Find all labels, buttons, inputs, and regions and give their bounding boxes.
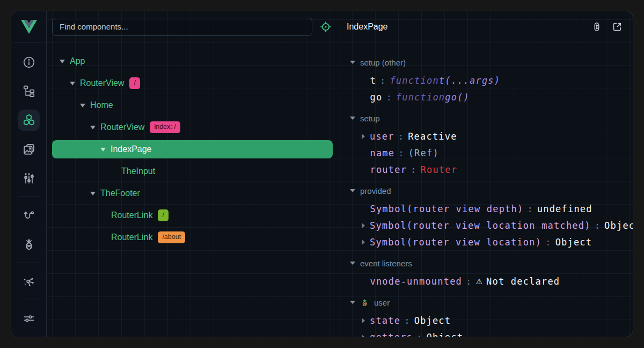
sidebar-divider [18, 300, 40, 300]
module-graph-icon [22, 274, 36, 288]
sidebar-item-pages[interactable] [18, 81, 40, 102]
state-row-go[interactable]: go:function go() [340, 89, 633, 105]
key-value-separator: : [416, 332, 422, 337]
state-key: t [370, 75, 376, 86]
sidebar-item-components[interactable] [18, 110, 40, 131]
inspector-title: IndexPage [347, 22, 582, 32]
key-value-separator: : [386, 92, 392, 103]
component-name: App [70, 56, 85, 66]
tree-row-app-0[interactable]: App [52, 52, 333, 70]
sidebar-item-settings[interactable] [18, 308, 40, 329]
section-title: setup [360, 114, 380, 123]
state-value: Object [604, 220, 633, 231]
route-badge: / [129, 77, 140, 89]
state-row-name[interactable]: name: (Ref) [340, 144, 633, 161]
tree-row-home-2[interactable]: Home [52, 96, 333, 114]
expand-caret-icon[interactable] [90, 192, 96, 195]
key-value-separator: : [527, 204, 533, 214]
state-value: go() [445, 92, 470, 103]
tree-row-thefooter-6[interactable]: TheFooter [52, 184, 333, 202]
sidebar [11, 42, 46, 337]
section-title: event listeners [360, 259, 412, 268]
tree-row-routerview-3[interactable]: RouterViewindex: / [52, 118, 333, 136]
expand-caret-icon[interactable] [350, 262, 355, 265]
sidebar-item-pinia[interactable] [18, 234, 40, 255]
component-name: RouterLink [111, 233, 152, 242]
expand-caret-icon[interactable] [362, 223, 365, 228]
section-header-provided[interactable]: provided [340, 181, 633, 200]
key-value-separator: : [404, 315, 410, 326]
state-value: undefined [537, 204, 592, 214]
expand-caret-icon[interactable] [90, 126, 96, 129]
route-badge: / [158, 209, 168, 221]
sidebar-column [11, 11, 47, 337]
tree-row-theinput-5[interactable]: TheInput [52, 162, 333, 180]
tree-row-routerlink-8[interactable]: RouterLink/about [52, 228, 333, 247]
tree-row-routerview-1[interactable]: RouterView/ [52, 74, 333, 92]
state-row-getters[interactable]: getters:Object [340, 329, 633, 337]
sidebar-item-timeline[interactable] [18, 168, 40, 189]
state-row-user[interactable]: user:Reactive [340, 128, 633, 144]
state-key: vnode-unmounted [370, 276, 463, 287]
state-row-state[interactable]: state:Object [340, 312, 633, 329]
tree-row-indexpage-4[interactable]: IndexPage [52, 140, 333, 158]
expand-caret-icon[interactable] [362, 335, 365, 337]
state-row-symbol-router-view-location[interactable]: Symbol(router view location):Object [340, 234, 633, 250]
scroll-to-component-icon[interactable] [591, 21, 603, 33]
sidebar-divider [18, 263, 40, 263]
state-value: Not declared [486, 276, 560, 287]
component-name: RouterView [100, 122, 144, 132]
expand-caret-icon[interactable] [80, 104, 85, 107]
section-header-setup-other[interactable]: setup (other) [340, 53, 633, 72]
section-header-setup[interactable]: setup [340, 108, 633, 128]
component-name: RouterView [80, 78, 124, 88]
section-header-user[interactable]: user [340, 293, 633, 312]
devtools-window: AppRouterView/HomeRouterViewindex: /Inde… [11, 11, 633, 337]
open-in-editor-icon[interactable] [611, 21, 623, 33]
expand-caret-icon[interactable] [350, 117, 355, 120]
state-row-t[interactable]: t:function t(...args) [340, 72, 633, 89]
state-row-symbol-router-view-location-matched[interactable]: Symbol(router view location matched):Obj… [340, 217, 633, 234]
sidebar-item-assets[interactable] [18, 139, 40, 160]
expand-caret-icon[interactable] [70, 82, 75, 85]
expand-caret-icon[interactable] [350, 189, 355, 192]
state-row-symbol-router-view-depth[interactable]: Symbol(router view depth):undefined [340, 200, 633, 217]
sidebar-item-about[interactable] [18, 52, 40, 73]
section-header-event-listeners[interactable]: event listeners [340, 253, 633, 273]
expand-caret-icon[interactable] [60, 60, 65, 63]
component-tree: AppRouterView/HomeRouterViewindex: /Inde… [47, 42, 340, 337]
component-name: Home [90, 100, 113, 110]
section-title: setup (other) [360, 58, 406, 67]
inspector-header: IndexPage [340, 11, 633, 42]
expand-caret-icon[interactable] [362, 134, 365, 139]
key-value-separator: : [466, 276, 472, 287]
router-icon [22, 208, 36, 222]
expand-caret-icon[interactable] [362, 240, 365, 245]
key-value-separator: : [411, 164, 416, 175]
route-badge: index: / [150, 121, 180, 133]
state-row-vnode-unmounted[interactable]: vnode-unmounted:⚠Not declared [340, 273, 633, 289]
component-name: TheFooter [100, 189, 140, 198]
expand-caret-icon[interactable] [362, 318, 365, 323]
tree-row-routerlink-7[interactable]: RouterLink/ [52, 206, 333, 224]
expand-caret-icon[interactable] [350, 61, 355, 64]
state-row-router[interactable]: router:Router [340, 161, 633, 178]
info-icon [22, 55, 36, 69]
state-key: state [370, 315, 400, 326]
state-section-event-listeners: event listenersvnode-unmounted:⚠Not decl… [340, 253, 633, 289]
state-section-user: userstate:Objectgetters:Object [340, 293, 633, 337]
key-value-separator: : [398, 148, 404, 158]
state-value: (Ref) [408, 148, 439, 158]
sidebar-item-router[interactable] [18, 205, 40, 226]
sidebar-item-graph[interactable] [18, 271, 40, 292]
pineapple-icon [360, 298, 369, 307]
key-value-separator: : [380, 75, 386, 86]
state-value: t(...args) [439, 75, 500, 86]
component-picker-icon[interactable] [319, 20, 332, 33]
outline-tree-icon [22, 84, 36, 98]
expand-caret-icon[interactable] [350, 301, 355, 304]
state-key: user [370, 131, 394, 142]
search-input[interactable] [52, 18, 312, 36]
expand-caret-icon[interactable] [100, 148, 106, 151]
state-section-provided: providedSymbol(router view depth):undefi… [340, 181, 633, 250]
